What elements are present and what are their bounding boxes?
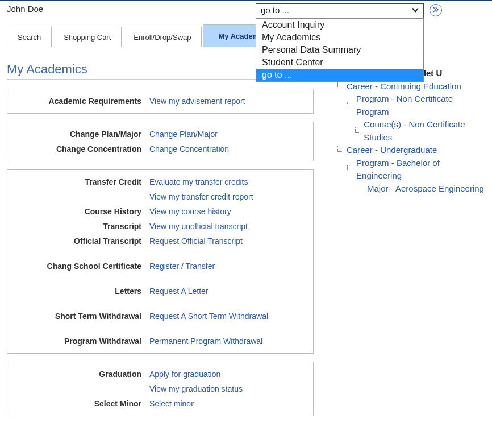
goto-option[interactable]: go to ... (256, 69, 423, 81)
tree-row: Career - Undergraduate (324, 144, 485, 157)
panel-row: Transfer CreditEvaluate my transfer cred… (13, 175, 307, 189)
tree-branch-icon (355, 127, 361, 133)
go-button[interactable] (430, 4, 442, 16)
row-label: Change Plan/Major (13, 130, 149, 139)
tree-row: Major - Aerospace Engineering (324, 182, 485, 196)
panel-row: Course HistoryView my course history (13, 204, 307, 219)
tree-row: Program - Bachelor of Engineering (324, 157, 485, 182)
row-label: Academic Requirements (13, 97, 149, 106)
row-link[interactable]: View my unofficial transcript (149, 222, 248, 231)
tree-row: Program - Non Certificate Program (324, 93, 485, 118)
panel: Transfer CreditEvaluate my transfer cred… (7, 169, 314, 354)
panel: GraduationApply for graduationView my gr… (7, 362, 314, 416)
panel-row: Select MinorSelect minor (13, 396, 307, 411)
panel-row: Academic RequirementsView my advisement … (13, 94, 307, 109)
row-link[interactable]: Request Official Transcript (149, 237, 243, 246)
row-link[interactable]: Apply for graduation (149, 370, 220, 379)
user-name: John Doe (7, 4, 43, 14)
row-link[interactable]: Request A Short Term Withdrawal (149, 312, 268, 321)
tree-node-label[interactable]: Course(s) - Non Certificate Studies (364, 118, 485, 144)
goto-option[interactable]: Account Inquiry (256, 19, 423, 31)
row-link[interactable]: View my advisement report (149, 97, 245, 106)
panel-row: View my graduation status (13, 381, 307, 396)
spacer (13, 323, 307, 334)
panel-row: Chang School CertificateRegister / Trans… (13, 259, 307, 273)
row-link[interactable]: Change Concentration (149, 144, 229, 154)
tab-enroll-drop-swap[interactable]: Enroll/Drop/Swap (123, 27, 202, 47)
panel-row: TranscriptView my unofficial transcript (13, 219, 307, 234)
panel-row: Program WithdrawalPermanent Program With… (13, 334, 307, 349)
row-link[interactable]: Request A Letter (149, 287, 209, 296)
spacer (13, 248, 307, 259)
row-link[interactable]: Permanent Program Withdrawal (149, 337, 262, 346)
chevron-down-icon (411, 6, 420, 16)
row-label: Graduation (13, 370, 149, 379)
panel-row: View my transfer credit report (13, 189, 307, 204)
panel: Change Plan/MajorChange Plan/MajorChange… (7, 122, 314, 161)
spacer (13, 273, 307, 284)
row-link[interactable]: View my course history (149, 207, 231, 216)
panel-row: Official TranscriptRequest Official Tran… (13, 234, 307, 248)
tree-branch-icon (347, 165, 354, 171)
tree-node-label[interactable]: Program - Non Certificate Program (356, 93, 485, 118)
goto-dropdown-list[interactable]: Account InquiryMy AcademicsPersonal Data… (256, 18, 424, 82)
row-label: Program Withdrawal (13, 337, 149, 346)
goto-dropdown[interactable]: go to ... (256, 3, 424, 18)
tree-branch-icon (337, 82, 344, 88)
goto-selected-text: go to ... (261, 5, 289, 15)
row-link[interactable]: Change Plan/Major (149, 130, 218, 139)
program-tree: Institution - Toronto Met UCareer - Cont… (324, 67, 485, 195)
row-label: Letters (13, 287, 149, 296)
row-label: Select Minor (13, 399, 149, 408)
row-label: Change Concentration (13, 144, 149, 154)
spacer (13, 298, 307, 309)
goto-option[interactable]: Personal Data Summary (256, 44, 423, 56)
tree-row: Course(s) - Non Certificate Studies (324, 118, 485, 144)
panel-row: Change Plan/MajorChange Plan/Major (13, 127, 307, 142)
panel: Academic RequirementsView my advisement … (7, 89, 314, 114)
double-chevron-right-icon (432, 6, 439, 15)
row-label: Course History (13, 207, 149, 216)
tree-branch-icon (347, 102, 354, 107)
panel-row: Change ConcentrationChange Concentration (13, 142, 307, 156)
row-link[interactable]: Register / Transfer (149, 262, 215, 271)
row-link[interactable]: Evaluate my transfer credits (149, 177, 248, 186)
tree-branch-icon (337, 146, 344, 152)
row-link[interactable]: Select minor (149, 399, 194, 408)
goto-option[interactable]: My Academics (256, 31, 423, 44)
goto-option[interactable]: Student Center (256, 56, 423, 69)
tree-node-label[interactable]: Major - Aerospace Engineering (367, 182, 484, 196)
row-link[interactable]: View my graduation status (149, 384, 243, 393)
panel-row: LettersRequest A Letter (13, 284, 307, 298)
tree-node-label[interactable]: Career - Undergraduate (347, 144, 437, 157)
panel-row: GraduationApply for graduation (13, 367, 307, 381)
tab-search[interactable]: Search (7, 27, 52, 47)
tree-node-label[interactable]: Program - Bachelor of Engineering (356, 157, 485, 182)
row-label: Chang School Certificate (13, 262, 149, 271)
panel-row: Short Term WithdrawalRequest A Short Ter… (13, 309, 307, 323)
row-label: Short Term Withdrawal (13, 312, 149, 321)
row-link[interactable]: View my transfer credit report (149, 192, 253, 201)
row-label: Transfer Credit (13, 177, 149, 186)
row-label: Transcript (13, 222, 149, 231)
row-label: Official Transcript (13, 237, 149, 246)
tab-shopping-cart[interactable]: Shopping Cart (53, 27, 122, 47)
